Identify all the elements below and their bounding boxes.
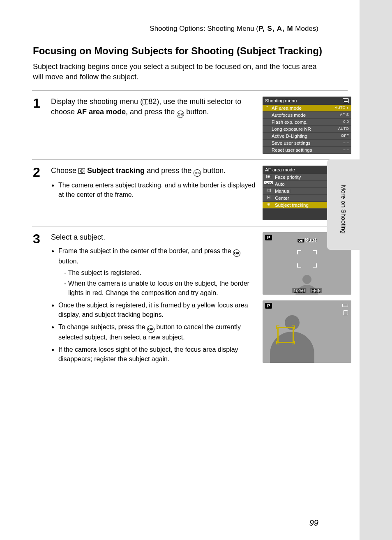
- ok-button-icon: OK: [147, 325, 154, 333]
- step-2-text: Choose Subject tracking and press the OK…: [51, 166, 258, 177]
- menu-row-autofocus: Autofocus modeAF-S: [263, 112, 351, 119]
- step-3: 3 Select a subject. Frame the subject in…: [33, 232, 360, 369]
- step-2: 2 Choose Subject tracking and press the …: [33, 166, 360, 220]
- step-3-text: Select a subject.: [51, 232, 258, 242]
- step-2-body: Choose Subject tracking and press the OK…: [51, 166, 263, 203]
- manual-icon: [□]: [264, 188, 273, 192]
- subject-tracking-icon: [78, 168, 85, 174]
- mode-p-badge: P: [265, 235, 272, 240]
- ok-button-icon: OK: [233, 249, 240, 257]
- menu-row-reset-user: Reset user settings– –: [263, 147, 351, 154]
- lcd1-body: P AF area modeAUTO ▸ Autofocus modeAF-S …: [263, 105, 351, 154]
- mode-p-badge: P: [265, 303, 272, 309]
- menu-row-flash-exp: Flash exp. comp.0.0: [263, 119, 351, 126]
- battery-icon: [342, 304, 348, 307]
- exposure-readout: 1/250 F5.6: [292, 288, 322, 293]
- auto-icon: AUTO: [264, 181, 273, 184]
- header-prefix: Shooting Options: Shooting Menu (: [150, 25, 258, 32]
- step-3-dashes: The subject is registered. When the came…: [58, 268, 258, 298]
- subject-head-icon: [302, 275, 311, 284]
- step-3-bullet-2: Once the subject is registered, it is fr…: [58, 301, 258, 319]
- step-3-bullet-1: Frame the subject in the center of the b…: [58, 247, 258, 298]
- yellow-focus-area: [277, 327, 294, 343]
- menu-row-dlighting: Active D-LightingOFF: [263, 133, 351, 140]
- focus-brackets: [297, 250, 317, 268]
- divider: [32, 90, 348, 91]
- manual-page: Shooting Options: Shooting Menu (P, S, A…: [0, 0, 360, 540]
- section-header: Shooting Options: Shooting Menu (P, S, A…: [33, 25, 360, 33]
- page-title: Focusing on Moving Subjects for Shooting…: [33, 45, 360, 57]
- step-number: 3: [33, 232, 51, 245]
- step-1: 1 Display the shooting menu (82), use th…: [33, 97, 360, 154]
- header-suffix: Modes): [293, 25, 318, 32]
- shutter-speed: 1/250: [292, 288, 306, 293]
- card-icon: [343, 310, 348, 315]
- menu-row-long-exp: Long exposure NRAUTO: [263, 126, 351, 133]
- camera-view-locked: P: [263, 300, 351, 363]
- dash-registered: The subject is registered.: [64, 268, 258, 277]
- step-3-bullet-3: To change subjects, press the OK button …: [58, 323, 258, 342]
- tracking-icon: ⊕: [264, 202, 273, 206]
- step-1-body: Display the shooting menu (82), use the …: [51, 97, 263, 118]
- step-2-bullets: The camera enters subject tracking, and …: [51, 181, 258, 199]
- side-section-label: More on Shooting: [340, 185, 347, 233]
- shooting-menu-lcd: Shooting menu ▬ P AF area modeAUTO ▸ Aut…: [263, 97, 351, 154]
- divider: [32, 226, 348, 226]
- step-1-screenshot: Shooting menu ▬ P AF area modeAUTO ▸ Aut…: [263, 97, 351, 154]
- ok-button-icon: OK: [194, 169, 201, 177]
- menu-row-af-area: AF area modeAUTO ▸: [263, 105, 351, 112]
- step-number: 2: [33, 166, 51, 179]
- lcd-title-row: Shooting menu ▬: [263, 97, 351, 105]
- af-area-title: AF area mode: [265, 167, 295, 172]
- divider: [32, 159, 348, 160]
- step-3-bullet-4: If the camera loses sight of the subject…: [58, 345, 258, 364]
- shooting-menu-title: Shooting menu: [265, 98, 297, 103]
- intro-paragraph: Subject tracking begins once you select …: [33, 62, 360, 82]
- face-priority-icon: [◉]: [264, 174, 273, 178]
- manual-ref-icon: [143, 99, 148, 104]
- step-3-screenshots: P OKStart 1/250 F5.6 P: [263, 232, 351, 369]
- page-number: 99: [309, 518, 318, 528]
- ok-badge: OK: [297, 239, 304, 242]
- step-1-text: Display the shooting menu (82), use the …: [51, 97, 258, 118]
- start-label: OKStart: [297, 237, 316, 243]
- dash-red-border: When the camera is unable to focus on th…: [64, 279, 258, 298]
- step-number: 1: [33, 97, 51, 110]
- center-icon: [▪]: [264, 195, 273, 199]
- ok-button-icon: OK: [177, 111, 184, 118]
- mode-letters: P, S, A, M: [258, 25, 293, 32]
- battery-icon: ▬: [343, 98, 349, 103]
- menu-row-save-user: Save user settings– –: [263, 140, 351, 147]
- step-3-body: Select a subject. Frame the subject in t…: [51, 232, 263, 367]
- step-3-bullets: Frame the subject in the center of the b…: [51, 247, 258, 364]
- step-2-bullet-1: The camera enters subject tracking, and …: [58, 181, 258, 199]
- aperture: F5.6: [310, 288, 322, 293]
